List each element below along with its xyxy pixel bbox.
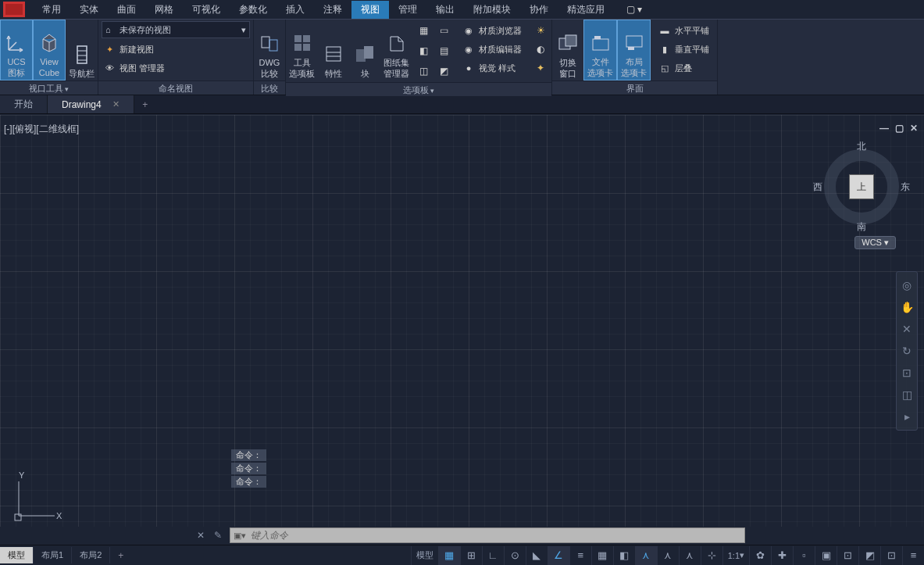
tab-layout2[interactable]: 布局2 bbox=[72, 547, 110, 563]
menu-box-icon[interactable]: ▢ ▾ bbox=[620, 2, 648, 17]
viewcube-west[interactable]: 西 bbox=[813, 181, 822, 194]
switch-window-button[interactable]: 切换窗口 bbox=[552, 20, 583, 80]
isolate-icon[interactable]: ◩ bbox=[858, 546, 880, 565]
grid-toggle-icon[interactable]: ▦ bbox=[438, 546, 460, 565]
htile-button[interactable]: ▬水平平铺 bbox=[654, 21, 714, 40]
material-editor-button[interactable]: ◉材质编辑器 bbox=[458, 40, 526, 59]
menu-output[interactable]: 输出 bbox=[426, 1, 464, 19]
menu-manage[interactable]: 管理 bbox=[389, 1, 426, 19]
dwg-compare-button[interactable]: DWG比较 bbox=[254, 20, 285, 80]
minimize-icon[interactable]: — bbox=[879, 123, 889, 134]
lineweight-icon[interactable]: ≡ bbox=[569, 546, 591, 565]
material-browser-button[interactable]: ◉材质浏览器 bbox=[458, 21, 526, 40]
new-view-button[interactable]: ✦ 新建视图 bbox=[98, 40, 253, 59]
calc-icon[interactable]: ▤ bbox=[434, 41, 453, 60]
ortho-toggle-icon[interactable]: ∟ bbox=[482, 546, 504, 565]
command-icon[interactable]: ◧ bbox=[414, 41, 433, 60]
xref-icon[interactable]: ▭ bbox=[434, 21, 453, 40]
steering-wheel-icon[interactable]: ◎ bbox=[897, 274, 917, 296]
layout-tab-button[interactable]: 布局选项卡 bbox=[617, 20, 651, 80]
file-tab-drawing[interactable]: Drawing4 ✕ bbox=[48, 95, 134, 113]
file-tab-add[interactable]: + bbox=[134, 95, 156, 113]
quick-props-icon[interactable]: ▣ bbox=[815, 546, 837, 565]
close-icon[interactable]: ✕ bbox=[112, 99, 120, 109]
group-title-viewport[interactable]: 视口工具 bbox=[0, 80, 98, 95]
showmotion-icon[interactable]: ⊡ bbox=[897, 362, 917, 384]
view-manager-button[interactable]: 👁 视图 管理器 bbox=[98, 59, 253, 77]
viewcube-north[interactable]: 北 bbox=[857, 140, 866, 153]
tab-layout1[interactable]: 布局1 bbox=[34, 547, 72, 563]
menu-featured[interactable]: 精选应用 bbox=[558, 1, 614, 19]
iso-toggle-icon[interactable]: ◣ bbox=[526, 546, 548, 565]
wcs-indicator[interactable]: WCS ▾ bbox=[854, 236, 896, 249]
viewcube-widget[interactable]: 北 南 东 西 上 bbox=[815, 140, 908, 234]
viewcube-button[interactable]: ViewCube bbox=[33, 20, 66, 80]
view-combo[interactable]: ⌂ 未保存的视图 ▾ bbox=[102, 21, 250, 38]
dyn-ucs-icon[interactable]: ⋏ bbox=[657, 546, 679, 565]
nav-expand-icon[interactable]: ▸ bbox=[897, 406, 917, 427]
light-icon[interactable]: ✦ bbox=[531, 59, 550, 77]
hardware-accel-icon[interactable]: ⊡ bbox=[880, 546, 902, 565]
design-icon[interactable]: ◩ bbox=[434, 62, 453, 80]
zoom-icon[interactable]: ✕ bbox=[897, 318, 917, 340]
units-icon[interactable]: ▫ bbox=[793, 546, 815, 565]
menu-visualize[interactable]: 可视化 bbox=[183, 1, 230, 19]
polar-toggle-icon[interactable]: ⊙ bbox=[504, 546, 526, 565]
orbit-icon[interactable]: ↻ bbox=[897, 340, 917, 362]
viewcube-east[interactable]: 东 bbox=[901, 181, 910, 194]
blocks-button[interactable]: 块 bbox=[349, 20, 380, 80]
navbar-button[interactable]: 导航栏 bbox=[66, 20, 98, 80]
visual-styles-button[interactable]: ●视觉 样式 bbox=[458, 59, 526, 77]
vtile-button[interactable]: ▮垂直平铺 bbox=[654, 40, 714, 59]
layer-icon[interactable]: ◫ bbox=[414, 62, 433, 80]
filter-icon[interactable]: ⋏ bbox=[679, 546, 701, 565]
lock-ui-icon[interactable]: ⊡ bbox=[837, 546, 858, 565]
drawing-canvas[interactable]: [-][俯视][二维线框] — ▢ ✕ 北 南 东 西 上 WCS ▾ ◎ ✋ … bbox=[0, 115, 924, 527]
menu-surface[interactable]: 曲面 bbox=[108, 1, 145, 19]
annotation-monitor-icon[interactable]: ✚ bbox=[771, 546, 793, 565]
count-icon[interactable]: ▦ bbox=[414, 21, 433, 40]
properties-button[interactable]: 特性 bbox=[318, 20, 349, 80]
viewcube-south[interactable]: 南 bbox=[857, 220, 866, 234]
viewport-label[interactable]: [-][俯视][二维线框] bbox=[4, 123, 79, 136]
workspace-icon[interactable]: ✿ bbox=[749, 546, 771, 565]
pan-icon[interactable]: ✋ bbox=[897, 296, 917, 318]
sheetset-button[interactable]: 图纸集管理器 bbox=[380, 20, 412, 80]
transparency-icon[interactable]: ▦ bbox=[591, 546, 613, 565]
cmdline-close-icon[interactable]: ✕ bbox=[197, 530, 205, 541]
file-tab-button[interactable]: 文件选项卡 bbox=[583, 20, 617, 80]
cycle-icon[interactable]: ◧ bbox=[613, 546, 635, 565]
app-icon[interactable] bbox=[3, 2, 25, 17]
menu-parametric[interactable]: 参数化 bbox=[230, 1, 276, 19]
tool-palettes-button[interactable]: 工具选项板 bbox=[286, 20, 318, 80]
annotation-scale[interactable]: 1:1 ▾ bbox=[722, 546, 749, 565]
nav-item-icon[interactable]: ◫ bbox=[897, 384, 917, 406]
menu-addins[interactable]: 附加模块 bbox=[464, 1, 520, 19]
menu-insert[interactable]: 插入 bbox=[276, 1, 314, 19]
render-icon[interactable]: ◐ bbox=[531, 40, 550, 59]
group-title-palettes[interactable]: 选项板 bbox=[286, 82, 551, 96]
viewcube-top-face[interactable]: 上 bbox=[849, 174, 874, 199]
ucs-icon-button[interactable]: UCS图标 bbox=[0, 20, 33, 80]
3dosnap-icon[interactable]: ⋏ bbox=[635, 546, 657, 565]
status-model[interactable]: 模型 bbox=[411, 546, 438, 565]
maximize-icon[interactable]: ▢ bbox=[895, 123, 904, 134]
cleanscreen-icon[interactable]: ≡ bbox=[902, 546, 924, 565]
snap-toggle-icon[interactable]: ⊞ bbox=[460, 546, 482, 565]
cascade-button[interactable]: ◱层叠 bbox=[654, 59, 714, 77]
osnap-toggle-icon[interactable]: ∠ bbox=[548, 546, 569, 565]
menu-collab[interactable]: 协作 bbox=[520, 1, 558, 19]
menu-solid[interactable]: 实体 bbox=[70, 1, 108, 19]
menu-view[interactable]: 视图 bbox=[351, 1, 389, 19]
close-viewport-icon[interactable]: ✕ bbox=[910, 123, 918, 134]
menu-common[interactable]: 常用 bbox=[33, 1, 70, 19]
gizmo-icon[interactable]: ⊹ bbox=[701, 546, 722, 565]
ucs-origin-icon[interactable]: Y X bbox=[8, 470, 62, 525]
sun-icon[interactable]: ☀ bbox=[531, 21, 550, 40]
menu-mesh[interactable]: 网格 bbox=[145, 1, 183, 19]
tab-model[interactable]: 模型 bbox=[0, 547, 34, 563]
cmdline-config-icon[interactable]: ✎ bbox=[214, 530, 222, 541]
file-tab-start[interactable]: 开始 bbox=[0, 95, 48, 113]
menu-annotate[interactable]: 注释 bbox=[314, 1, 351, 19]
layout-add-button[interactable]: + bbox=[110, 548, 131, 563]
